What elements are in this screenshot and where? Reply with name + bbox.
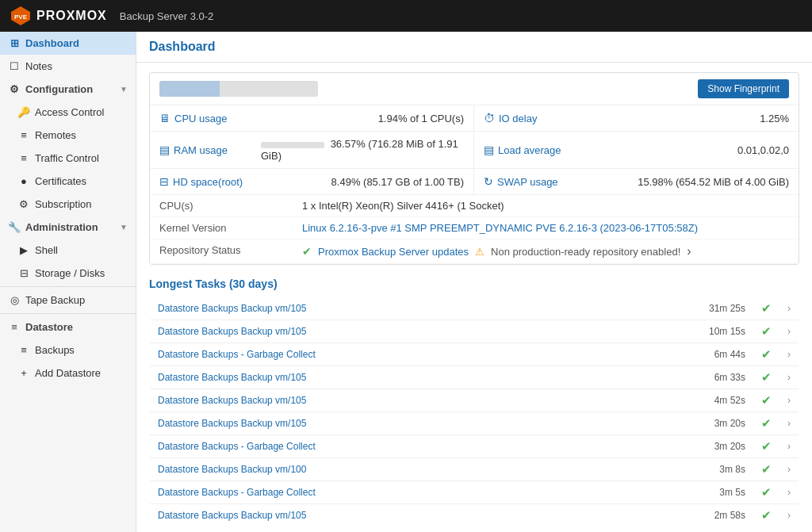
sidebar-item-label: Dashboard <box>25 37 79 49</box>
sidebar-item-traffic-control[interactable]: ≡ Traffic Control <box>0 147 136 170</box>
proxmox-logo-icon: PVE <box>10 5 32 27</box>
table-row[interactable]: Datastore Backups - Garbage Collect 3m 2… <box>150 435 799 458</box>
task-duration: 3m 8s <box>607 458 753 481</box>
add-datastore-icon: + <box>17 367 30 379</box>
logo: PVE PROXMOX <box>10 5 107 27</box>
task-status-icon: ✔ <box>753 343 779 366</box>
sidebar-item-backups[interactable]: ≡ Backups <box>0 339 136 362</box>
sidebar-item-certificates[interactable]: ● Certificates <box>0 170 136 193</box>
ram-usage-cell: ▤ RAM usage 36.57% (716.28 MiB of 1.91 G… <box>150 132 474 169</box>
sidebar-item-label: Traffic Control <box>35 152 99 164</box>
task-arrow-icon[interactable]: › <box>779 297 799 320</box>
table-row[interactable]: Datastore Backups - Garbage Collect 3m 5… <box>150 481 799 504</box>
table-row[interactable]: Datastore Backups Backup vm/100 3m 8s ✔ … <box>150 458 799 481</box>
load-icon: ▤ <box>484 144 494 156</box>
repo-warn-text: Non production-ready repository enabled! <box>491 246 680 258</box>
task-name[interactable]: Datastore Backups Backup vm/105 <box>150 412 607 435</box>
sidebar-item-shell[interactable]: ▶ Shell <box>0 239 136 262</box>
sidebar-item-dashboard[interactable]: ⊞ Dashboard <box>0 32 136 55</box>
sidebar-item-administration[interactable]: 🔧 Administration ▼ <box>0 216 136 239</box>
table-row[interactable]: Datastore Backups Backup vm/105 6m 33s ✔… <box>150 366 799 389</box>
sidebar-item-label: Remotes <box>35 129 76 141</box>
task-name[interactable]: Datastore Backups - Garbage Collect <box>150 435 607 458</box>
sidebar-item-notes[interactable]: ☐ Notes <box>0 55 136 78</box>
remotes-icon: ≡ <box>17 129 30 141</box>
task-arrow-icon[interactable]: › <box>779 412 799 435</box>
sidebar-item-label: Certificates <box>35 175 86 187</box>
stats-top-bar: Show Fingerprint <box>150 73 799 105</box>
sidebar-item-add-datastore[interactable]: + Add Datastore <box>0 362 136 385</box>
sidebar-item-label: Access Control <box>35 106 104 118</box>
table-row[interactable]: Datastore Backups - Garbage Collect 6m 4… <box>150 343 799 366</box>
cpu-usage-value: 1.94% of 1 CPU(s) <box>378 113 464 124</box>
task-arrow-icon[interactable]: › <box>779 343 799 366</box>
task-arrow-icon[interactable]: › <box>779 389 799 412</box>
sidebar-divider-2 <box>0 313 136 314</box>
repo-arrow-icon[interactable]: › <box>687 244 691 258</box>
sidebar-item-tape-backup[interactable]: ◎ Tape Backup <box>0 289 136 312</box>
subscription-icon: ⚙ <box>17 198 30 210</box>
show-fingerprint-button[interactable]: Show Fingerprint <box>698 79 789 98</box>
ram-usage-value: 36.57% (716.28 MiB of 1.91 GiB) <box>261 138 464 162</box>
task-ok-icon: ✔ <box>761 301 772 315</box>
sidebar-item-configuration[interactable]: ⚙ Configuration ▼ <box>0 78 136 101</box>
task-arrow-icon[interactable]: › <box>779 481 799 504</box>
task-duration: 4m 52s <box>607 389 753 412</box>
task-name[interactable]: Datastore Backups Backup vm/105 <box>150 389 607 412</box>
sidebar-item-remotes[interactable]: ≡ Remotes <box>0 124 136 147</box>
table-row[interactable]: Datastore Backups Backup vm/105 3m 20s ✔… <box>150 412 799 435</box>
task-arrow-icon[interactable]: › <box>779 366 799 389</box>
io-delay-value: 1.25% <box>760 113 789 124</box>
table-row[interactable]: Datastore Backups Backup vm/105 4m 52s ✔… <box>150 389 799 412</box>
load-average-value: 0.01,0.02,0 <box>737 144 789 156</box>
sidebar-item-access-control[interactable]: 🔑 Access Control <box>0 101 136 124</box>
table-row[interactable]: Datastore Backups Backup vm/105 10m 15s … <box>150 320 799 343</box>
task-arrow-icon[interactable]: › <box>779 320 799 343</box>
task-duration: 2m 58s <box>607 504 753 527</box>
swap-usage-value: 15.98% (654.52 MiB of 4.00 GiB) <box>638 176 789 188</box>
task-arrow-icon[interactable]: › <box>779 435 799 458</box>
task-ok-icon: ✔ <box>761 485 772 499</box>
storage-disks-icon: ⊟ <box>17 267 30 279</box>
status-warn-icon: ⚠ <box>475 246 485 258</box>
sidebar-item-label: Shell <box>35 244 58 256</box>
kernel-value: Linux 6.2.16-3-pve #1 SMP PREEMPT_DYNAMI… <box>293 217 799 239</box>
dashboard-icon: ⊞ <box>8 37 21 49</box>
task-status-icon: ✔ <box>753 435 779 458</box>
task-arrow-icon[interactable]: › <box>779 458 799 481</box>
ram-usage-label: ▤ RAM usage <box>159 144 255 156</box>
task-name[interactable]: Datastore Backups Backup vm/105 <box>150 297 607 320</box>
cpus-value: 1 x Intel(R) Xeon(R) Silver 4416+ (1 Soc… <box>293 195 799 217</box>
table-row[interactable]: Datastore Backups Backup vm/105 2m 58s ✔… <box>150 504 799 527</box>
task-name[interactable]: Datastore Backups - Garbage Collect <box>150 481 607 504</box>
chevron-down-icon: ▼ <box>120 223 128 232</box>
task-status-icon: ✔ <box>753 504 779 527</box>
repo-value: ✔ Proxmox Backup Server updates ⚠ Non pr… <box>293 239 799 264</box>
sidebar-item-label: Notes <box>25 60 52 72</box>
sidebar-item-label: Configuration <box>25 83 93 95</box>
task-name[interactable]: Datastore Backups Backup vm/105 <box>150 504 607 527</box>
shell-icon: ▶ <box>17 244 30 256</box>
task-name[interactable]: Datastore Backups - Garbage Collect <box>150 343 607 366</box>
task-ok-icon: ✔ <box>761 347 772 361</box>
task-name[interactable]: Datastore Backups Backup vm/105 <box>150 366 607 389</box>
sidebar-item-datastore[interactable]: ≡ Datastore <box>0 316 136 339</box>
svg-text:PVE: PVE <box>14 13 28 21</box>
hd-space-cell: ⊟ HD space(root) 8.49% (85.17 GB of 1.00… <box>150 169 474 195</box>
task-status-icon: ✔ <box>753 320 779 343</box>
app-header: PVE PROXMOX Backup Server 3.0-2 <box>0 0 812 32</box>
sidebar-item-subscription[interactable]: ⚙ Subscription <box>0 193 136 216</box>
sidebar-item-storage-disks[interactable]: ⊟ Storage / Disks <box>0 262 136 285</box>
table-row[interactable]: Datastore Backups Backup vm/105 31m 25s … <box>150 297 799 320</box>
sidebar-item-label: Add Datastore <box>35 367 101 379</box>
hd-space-label: ⊟ HD space(root) <box>159 175 255 188</box>
task-ok-icon: ✔ <box>761 508 772 522</box>
main-content-area: Dashboard Show Fingerprint 🖥 CPU usage <box>136 32 812 532</box>
tasks-section: Longest Tasks (30 days) Datastore Backup… <box>149 277 799 527</box>
task-name[interactable]: Datastore Backups Backup vm/100 <box>150 458 607 481</box>
task-arrow-icon[interactable]: › <box>779 504 799 527</box>
config-icon: ⚙ <box>8 83 21 95</box>
task-name[interactable]: Datastore Backups Backup vm/105 <box>150 320 607 343</box>
task-duration: 3m 5s <box>607 481 753 504</box>
repo-label: Repository Status <box>150 239 293 264</box>
